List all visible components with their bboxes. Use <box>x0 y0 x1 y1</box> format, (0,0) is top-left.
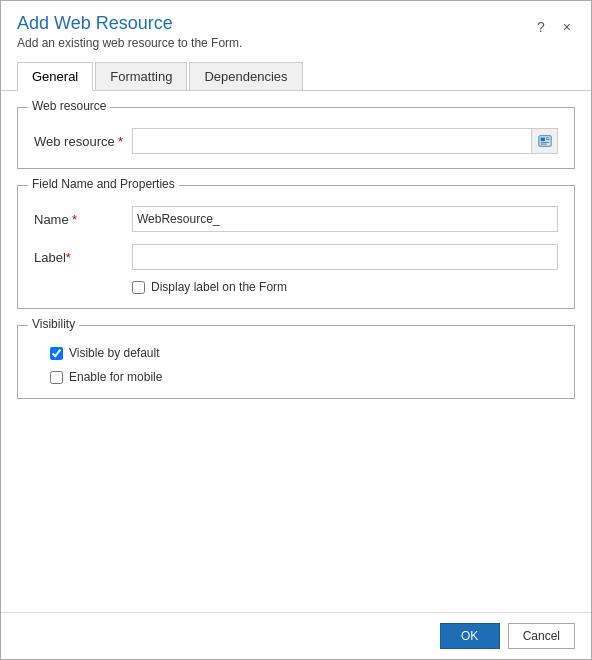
label-field-row: Label* <box>34 244 558 270</box>
name-input[interactable] <box>224 206 559 232</box>
web-resource-lookup-button[interactable] <box>532 128 558 154</box>
tab-general[interactable]: General <box>17 62 93 91</box>
tab-formatting[interactable]: Formatting <box>95 62 187 90</box>
web-resource-section: Web resource Web resource * <box>17 107 575 169</box>
display-label-text: Display label on the Form <box>151 280 287 294</box>
label-input[interactable] <box>132 244 558 270</box>
dialog-title: Add Web Resource <box>17 13 242 34</box>
enable-for-mobile-label: Enable for mobile <box>69 370 162 384</box>
web-resource-required: * <box>118 134 123 149</box>
web-resource-field-row: Web resource * <box>34 128 558 154</box>
field-name-section: Field Name and Properties Name * WebReso… <box>17 185 575 309</box>
dialog-subtitle: Add an existing web resource to the Form… <box>17 36 242 50</box>
visible-by-default-checkbox[interactable] <box>50 347 63 360</box>
visible-by-default-row: Visible by default <box>34 346 558 360</box>
label-input-wrap <box>132 244 558 270</box>
display-label-checkbox[interactable] <box>132 281 145 294</box>
name-label: Name * <box>34 212 124 227</box>
enable-for-mobile-row: Enable for mobile <box>34 370 558 384</box>
tabs-bar: General Formatting Dependencies <box>1 54 591 91</box>
dialog-header-actions: ? × <box>533 17 575 37</box>
close-button[interactable]: × <box>559 17 575 37</box>
visibility-section: Visibility Visible by default Enable for… <box>17 325 575 399</box>
svg-rect-5 <box>540 144 546 145</box>
dialog-body: Web resource Web resource * <box>1 91 591 612</box>
name-field-row: Name * WebResource_ <box>34 206 558 232</box>
dialog-footer: OK Cancel <box>1 612 591 659</box>
svg-rect-2 <box>545 138 549 139</box>
dialog-header: Add Web Resource Add an existing web res… <box>1 1 591 54</box>
dialog-title-area: Add Web Resource Add an existing web res… <box>17 13 242 50</box>
svg-rect-1 <box>540 138 544 142</box>
visibility-legend: Visibility <box>28 317 79 331</box>
help-button[interactable]: ? <box>533 17 549 37</box>
name-input-wrap: WebResource_ <box>132 206 558 232</box>
web-resource-input-wrap <box>132 128 558 154</box>
label-required: * <box>66 250 71 265</box>
tab-dependencies[interactable]: Dependencies <box>189 62 302 90</box>
svg-rect-4 <box>540 142 549 143</box>
label-label: Label* <box>34 250 124 265</box>
web-resource-label: Web resource * <box>34 134 124 149</box>
ok-button[interactable]: OK <box>440 623 500 649</box>
lookup-icon <box>538 134 552 148</box>
name-prefix: WebResource_ <box>132 206 224 232</box>
cancel-button[interactable]: Cancel <box>508 623 575 649</box>
display-label-row: Display label on the Form <box>34 280 558 294</box>
enable-for-mobile-checkbox[interactable] <box>50 371 63 384</box>
web-resource-legend: Web resource <box>28 99 110 113</box>
web-resource-input[interactable] <box>132 128 532 154</box>
field-name-legend: Field Name and Properties <box>28 177 179 191</box>
add-web-resource-dialog: Add Web Resource Add an existing web res… <box>0 0 592 660</box>
name-required: * <box>72 212 77 227</box>
visible-by-default-label: Visible by default <box>69 346 160 360</box>
svg-rect-3 <box>545 139 549 140</box>
